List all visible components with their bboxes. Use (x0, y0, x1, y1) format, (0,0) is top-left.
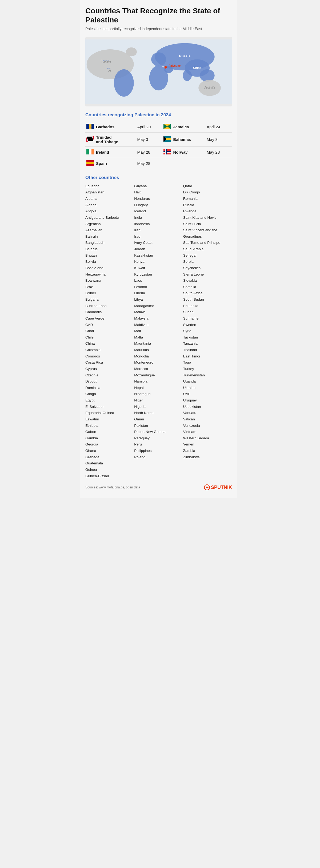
list-item: Brunei (85, 290, 134, 297)
list-item: Vatican (183, 416, 232, 423)
list-item: Chad (85, 328, 134, 334)
recognition-table: 🔱BarbadosApril 20JamaicaApril 24Trinidad… (85, 121, 232, 169)
list-item: Uruguay (183, 397, 232, 404)
svg-text:🔱: 🔱 (89, 125, 92, 128)
list-item: Honduras (134, 195, 183, 202)
svg-text:Palestine: Palestine (168, 64, 181, 67)
list-item: Malaysia (134, 315, 183, 322)
svg-marker-32 (86, 136, 94, 142)
list-item: Togo (183, 359, 232, 366)
list-item: Syria (183, 328, 232, 334)
list-item: Chile (85, 334, 134, 341)
svg-point-12 (200, 69, 215, 82)
list-item: Uganda (183, 378, 232, 385)
list-item: Burkina Faso (85, 303, 134, 309)
list-item: Gabon (85, 429, 134, 435)
list-item: CAR (85, 322, 134, 328)
svg-rect-46 (86, 162, 94, 164)
list-item: Poland (134, 454, 183, 460)
list-item: Kyrgyzstan (134, 271, 183, 278)
list-item: Suriname (183, 315, 232, 322)
list-item: Nicaragua (134, 391, 183, 397)
list-item: Peru (134, 441, 183, 447)
list-item: Romania (183, 195, 232, 202)
list-item: Afghanistan (85, 189, 134, 195)
list-item: Sri Lanka (183, 303, 232, 309)
list-item: Maldives (134, 322, 183, 328)
country-name: Bahamas (172, 132, 205, 147)
list-item: Rwanda (183, 208, 232, 214)
recognition-date: April 20 (136, 121, 162, 132)
list-item: UAE (183, 391, 232, 397)
country-name: Jamaica (172, 121, 205, 132)
flag-icon-barbados: 🔱 (85, 121, 95, 132)
list-item: Congo (85, 391, 134, 397)
svg-rect-23 (92, 124, 94, 129)
list-item: Paraguay (134, 435, 183, 441)
list-item: South Africa (183, 290, 232, 297)
flag-icon-trinidad (85, 132, 95, 147)
list-item: Georgia (85, 441, 134, 447)
recognition-date: May 28 (136, 147, 162, 158)
list-item: Iran (134, 227, 183, 234)
sputnik-logo: SPUTNIK (204, 485, 232, 490)
list-item: Pakistan (134, 423, 183, 429)
list-item: Sweden (183, 322, 232, 328)
list-item: Nepal (134, 385, 183, 391)
list-item: Mauritius (134, 347, 183, 353)
list-item: Ghana (85, 447, 134, 454)
list-item: Kazakhstan (134, 252, 183, 259)
flag-icon-ireland (85, 147, 95, 158)
list-item: Iraq (134, 234, 183, 240)
country-name: Trinidadand Tobago (95, 132, 136, 147)
list-item: Iceland (134, 208, 183, 214)
list-item: Turkmenistan (183, 372, 232, 378)
list-item: El Salvador (85, 404, 134, 410)
list-item: Senegal (183, 252, 232, 259)
list-item: Vanuatu (183, 410, 232, 416)
list-item: Seychelles (183, 265, 232, 271)
page-title: Countries That Recognize the State of Pa… (85, 6, 232, 24)
list-item: Jordan (134, 246, 183, 252)
list-item: Ecuador (85, 183, 134, 189)
svg-rect-37 (86, 149, 89, 154)
list-item: Mozambique (134, 372, 183, 378)
list-item: South Sudan (183, 297, 232, 303)
list-item: Ukraine (183, 385, 232, 391)
svg-point-48 (206, 487, 208, 488)
world-map: US Canada Russia China (85, 37, 232, 106)
list-item: Antigua and Barbuda (85, 214, 134, 221)
list-item: Namibia (134, 378, 183, 385)
list-item: Libya (134, 297, 183, 303)
list-item: Saint Lucia (183, 221, 232, 227)
list-item: Costa Rica (85, 359, 134, 366)
list-item: Laos (134, 277, 183, 284)
list-item: Thailand (183, 347, 232, 353)
list-item: Oman (134, 416, 183, 423)
page-container: Countries That Recognize the State of Pa… (80, 0, 237, 498)
list-item: Angola (85, 208, 134, 214)
list-item: Guyana (134, 183, 183, 189)
country-name: Barbados (95, 121, 136, 132)
list-item: East Timor (183, 353, 232, 360)
footer: Sources: www.mofa.pna.ps, open data SPUT… (85, 485, 232, 490)
section-other-title: Other countries (85, 175, 232, 180)
country-name: Spain (95, 158, 136, 169)
recognition-date: May 28 (205, 147, 232, 158)
list-item: Guatemala (85, 460, 134, 467)
list-item: Mauritania (134, 340, 183, 347)
list-item: Saint Kitts and Nevis (183, 214, 232, 221)
list-item: Saudi Arabia (183, 246, 232, 252)
list-item: Nigeria (134, 404, 183, 410)
list-item: Haiti (134, 189, 183, 195)
list-item: Bosnia andHerzegovina (85, 265, 134, 277)
list-item: Saint Vincent and theGrenadines (183, 227, 232, 240)
section-2024-title: Countries recognizing Palestine in 2024 (85, 112, 232, 118)
list-item: Djibouti (85, 378, 134, 385)
list-item: Lesotho (134, 284, 183, 290)
footer-source: Sources: www.mofa.pna.ps, open data (85, 486, 140, 489)
list-item: Hungary (134, 202, 183, 208)
list-item: Brazil (85, 284, 134, 290)
svg-point-16 (183, 70, 192, 81)
list-item: Argentina (85, 221, 134, 227)
